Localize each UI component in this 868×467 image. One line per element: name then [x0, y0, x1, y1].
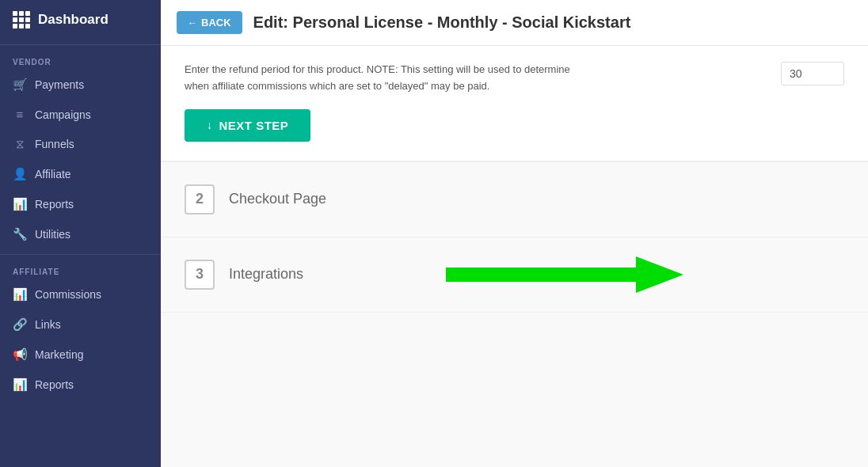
megaphone-icon: 📢: [13, 347, 27, 362]
sidebar-item-utilities[interactable]: 🔧 Utilities: [0, 219, 161, 249]
sidebar-item-label: Affiliate: [35, 168, 71, 180]
sidebar-item-label: Commissions: [35, 288, 101, 301]
step-3-row[interactable]: 3 Integrations: [161, 237, 868, 313]
wrench-icon: 🔧: [13, 227, 27, 241]
link-icon: 🔗: [13, 317, 27, 332]
sidebar-divider-2: [0, 254, 161, 255]
down-arrow-icon: ↓: [207, 119, 213, 131]
sidebar-item-funnels[interactable]: ⧖ Funnels: [0, 129, 161, 159]
sidebar-item-label: Campaigns: [35, 108, 91, 121]
step-3-number: 3: [185, 260, 215, 290]
sidebar-divider-1: [0, 44, 161, 45]
sidebar-item-label: Utilities: [35, 228, 70, 241]
dashboard-label: Dashboard: [38, 12, 108, 28]
next-step-label: NEXT STEP: [219, 119, 289, 132]
vendor-section-label: VENDOR: [0, 50, 161, 70]
sidebar-item-marketing[interactable]: 📢 Marketing: [0, 340, 161, 370]
sidebar-item-label: Funnels: [35, 138, 74, 150]
reports-icon: 📊: [13, 378, 27, 392]
sidebar-item-affiliate[interactable]: 👤 Affiliate: [0, 159, 161, 189]
step-2-label: Checkout Page: [229, 191, 326, 207]
step-1-section: Enter the refund period for this product…: [161, 46, 868, 162]
refund-period-input[interactable]: [781, 62, 844, 85]
sidebar-dashboard[interactable]: Dashboard: [0, 0, 161, 40]
green-arrow-svg: [446, 256, 683, 293]
step-2-row[interactable]: 2 Checkout Page: [161, 162, 868, 237]
bar-chart-icon: 📊: [13, 197, 27, 211]
refund-note: Enter the refund period for this product…: [185, 62, 581, 95]
step-1-top: Enter the refund period for this product…: [185, 62, 844, 109]
back-button[interactable]: ← BACK: [177, 11, 242, 34]
sidebar-item-payments[interactable]: 🛒 Payments: [0, 70, 161, 100]
sidebar-item-reports-vendor[interactable]: 📊 Reports: [0, 189, 161, 219]
back-label: BACK: [201, 17, 231, 28]
next-step-button[interactable]: ↓ NEXT STEP: [185, 109, 310, 142]
cart-icon: 🛒: [13, 78, 27, 92]
main-content: ← BACK Edit: Personal License - Monthly …: [161, 0, 868, 467]
sidebar: Dashboard VENDOR 🛒 Payments ≡ Campaigns …: [0, 0, 161, 467]
sidebar-item-links[interactable]: 🔗 Links: [0, 309, 161, 340]
svg-marker-0: [446, 256, 683, 293]
sidebar-item-reports-affiliate[interactable]: 📊 Reports: [0, 370, 161, 400]
affiliate-section-label: AFFILIATE: [0, 260, 161, 279]
green-arrow: [446, 256, 683, 293]
funnel-icon: ⧖: [13, 137, 27, 151]
commissions-icon: 📊: [13, 287, 27, 302]
sidebar-item-label: Payments: [35, 78, 84, 91]
dashboard-grid-icon: [13, 11, 30, 28]
sidebar-item-commissions[interactable]: 📊 Commissions: [0, 279, 161, 309]
content-area: Enter the refund period for this product…: [161, 46, 868, 467]
top-bar: ← BACK Edit: Personal License - Monthly …: [161, 0, 868, 46]
person-icon: 👤: [13, 167, 27, 181]
sidebar-item-label: Marketing: [35, 348, 83, 361]
step-3-label: Integrations: [229, 266, 303, 283]
back-arrow-icon: ←: [188, 17, 197, 28]
sidebar-item-campaigns[interactable]: ≡ Campaigns: [0, 100, 161, 129]
list-icon: ≡: [13, 108, 27, 121]
step-2-number: 2: [185, 184, 215, 215]
sidebar-item-label: Reports: [35, 198, 74, 211]
sidebar-item-label: Links: [35, 318, 61, 331]
sidebar-item-label: Reports: [35, 378, 74, 391]
page-title: Edit: Personal License - Monthly - Socia…: [253, 13, 631, 32]
